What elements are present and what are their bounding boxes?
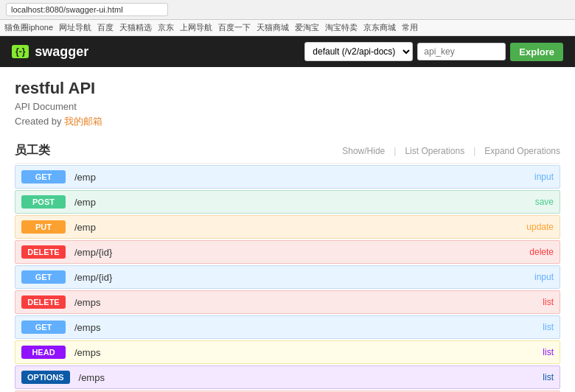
- api-label: save: [523, 197, 554, 207]
- api-label: list: [531, 322, 554, 332]
- method-badge: GET: [21, 170, 66, 183]
- show-hide-action[interactable]: Show/Hide: [342, 146, 385, 156]
- bookmark-item[interactable]: 常用: [402, 22, 418, 33]
- bookmark-item[interactable]: 爱淘宝: [295, 22, 319, 33]
- method-badge: POST: [21, 195, 66, 209]
- api-docs-select[interactable]: default (/v2/api-docs): [304, 42, 413, 61]
- api-label: update: [515, 222, 554, 232]
- bookmark-item[interactable]: 京东商城: [363, 22, 396, 33]
- bookmark-item[interactable]: 淘宝特卖: [325, 22, 358, 33]
- method-badge: GET: [21, 321, 66, 334]
- method-badge: OPTIONS: [21, 371, 70, 384]
- bookmark-item[interactable]: 百度一下: [218, 22, 251, 33]
- bookmark-item[interactable]: 猫鱼圈iphone: [4, 22, 53, 33]
- api-row[interactable]: POST/empsave: [15, 190, 560, 214]
- swagger-logo: {-}: [12, 45, 29, 58]
- swagger-title: swagger: [35, 44, 88, 60]
- api-path: /emp: [74, 222, 515, 233]
- api-path: /emps: [74, 322, 531, 333]
- api-label: delete: [518, 247, 554, 257]
- api-row[interactable]: OPTIONS/empslist: [15, 365, 560, 389]
- api-key-input[interactable]: [417, 43, 506, 60]
- api-label: input: [523, 172, 554, 182]
- api-label: list: [531, 347, 554, 357]
- method-badge: GET: [21, 270, 66, 284]
- api-path: /emp: [74, 197, 523, 208]
- section-title: 员工类: [15, 143, 50, 158]
- address-bar[interactable]: localhost:8080/swagger-ui.html: [6, 3, 168, 16]
- api-path: /emp: [74, 172, 523, 183]
- api-path: /emps: [74, 297, 531, 308]
- expand-operations-action[interactable]: Expand Operations: [484, 146, 560, 156]
- api-section: 员工类 Show/Hide | List Operations | Expand…: [15, 139, 560, 392]
- api-description: API Document: [15, 101, 560, 112]
- bookmark-item[interactable]: 上网导航: [180, 22, 212, 33]
- api-row[interactable]: PUT/empupdate: [15, 215, 560, 239]
- api-path: /emp/{id}: [74, 247, 518, 258]
- swagger-header: {-} swagger default (/v2/api-docs) Explo…: [0, 36, 575, 67]
- api-contact: Created by 我的邮箱: [15, 115, 560, 128]
- contact-prefix: Created by: [15, 116, 64, 127]
- bookmark-item[interactable]: 天猫商城: [257, 22, 289, 33]
- browser-bar: localhost:8080/swagger-ui.html: [0, 0, 575, 20]
- bookmark-item[interactable]: 网址导航: [59, 22, 91, 33]
- bookmarks-bar: 猫鱼圈iphone网址导航百度天猫精选京东上网导航百度一下天猫商城爱淘宝淘宝特卖…: [0, 20, 575, 36]
- api-title: restful API: [15, 79, 560, 98]
- bookmark-item[interactable]: 百度: [97, 22, 114, 33]
- section-header: 员工类 Show/Hide | List Operations | Expand…: [15, 139, 560, 164]
- api-path: /emps: [79, 372, 532, 383]
- api-row[interactable]: GET/empinput: [15, 165, 560, 189]
- api-row[interactable]: GET/emp/{id}input: [15, 265, 560, 289]
- explore-button[interactable]: Explore: [510, 43, 563, 61]
- swagger-controls: default (/v2/api-docs) Explore: [304, 42, 563, 61]
- api-row[interactable]: HEAD/empslist: [15, 340, 560, 364]
- api-label: list: [531, 297, 554, 307]
- api-row[interactable]: DELETE/empslist: [15, 290, 560, 314]
- api-row[interactable]: GET/empslist: [15, 315, 560, 339]
- api-path: /emps: [74, 347, 531, 358]
- api-label: list: [531, 372, 554, 382]
- api-row[interactable]: DELETE/emp/{id}delete: [15, 240, 560, 264]
- main-content: restful API API Document Created by 我的邮箱…: [0, 67, 575, 392]
- section-actions: Show/Hide | List Operations | Expand Ope…: [342, 146, 560, 156]
- swagger-brand: {-} swagger: [12, 44, 88, 60]
- method-badge: HEAD: [21, 346, 66, 359]
- bookmark-item[interactable]: 天猫精选: [119, 22, 152, 33]
- list-operations-action[interactable]: List Operations: [405, 146, 464, 156]
- api-label: input: [523, 272, 554, 282]
- api-rows-container: GET/empinputPOST/empsavePUT/empupdateDEL…: [15, 165, 560, 392]
- method-badge: DELETE: [21, 295, 66, 309]
- bookmark-item[interactable]: 京东: [158, 22, 174, 33]
- method-badge: PUT: [21, 220, 66, 234]
- method-badge: DELETE: [21, 245, 66, 259]
- contact-link[interactable]: 我的邮箱: [64, 116, 102, 127]
- api-path: /emp/{id}: [74, 272, 523, 283]
